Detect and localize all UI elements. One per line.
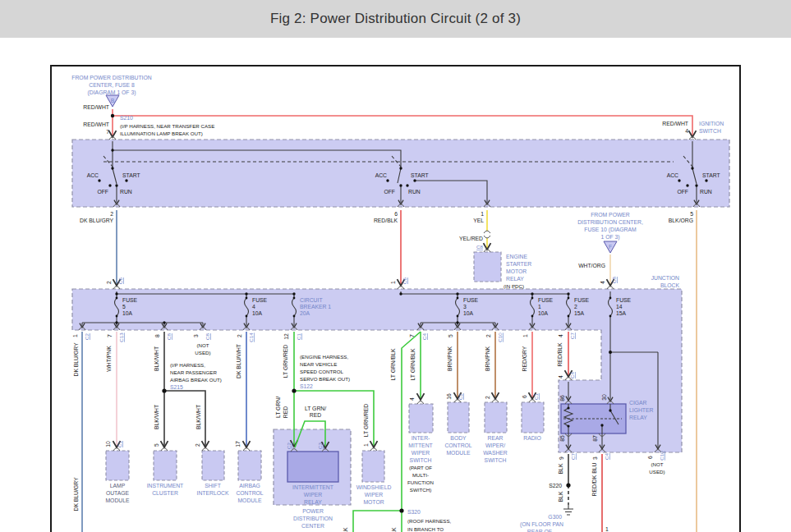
s320-note1: (ROOF HARNESS, <box>407 518 452 524</box>
jb-entry-mid-pin: 1 <box>390 281 396 284</box>
radio-l1: RADIO <box>523 435 541 441</box>
sw1-acc: ACC <box>87 172 99 178</box>
wl-ltgrnblk-a: LT GRN/BLK <box>390 348 396 380</box>
wl-whtpnk: WHT/PNK <box>106 346 112 372</box>
feed-left-line3: (DIAGRAM 1 OF 3) <box>88 89 136 96</box>
o9-pin: 2 <box>485 334 491 337</box>
esm-l1: ENGINE <box>506 254 528 259</box>
fuse3-n2: 3 <box>463 304 467 310</box>
feed-right-line3: FUSE 10 (DIAGRAM <box>584 227 637 233</box>
wl-ltgrn-2a: LT GRN/ <box>275 397 281 418</box>
esm-l2: STARTER <box>506 261 531 267</box>
airbag-l2: CONTROL <box>236 490 263 496</box>
iws-pin: 4 <box>409 397 415 401</box>
s122-note4: SERVO BREAK OUT) <box>300 376 350 382</box>
wl-ltgrnred-wwm: LT GRN/RED <box>363 404 369 438</box>
pin-5-ign: 5 <box>690 211 693 217</box>
sw2-acc: ACC <box>375 172 387 178</box>
shift-l1: SHIFT <box>205 483 221 488</box>
fuse3-n3: 10A <box>463 310 474 316</box>
s122-note2: NEAR VEHICLE <box>300 361 337 367</box>
cluster-l2: CLUSTER <box>152 490 178 496</box>
iwr-c3: C3 <box>317 442 323 448</box>
jb-entry-right-pin: 4 <box>600 281 605 284</box>
triangle-b-label: B <box>111 98 115 103</box>
splice-s210: S210 <box>120 115 133 121</box>
ground-g300: G300 <box>548 514 562 520</box>
cluster-pin: 5 <box>154 443 159 447</box>
o10-pin: 1 <box>522 334 528 337</box>
wiring-diagram: FROM POWER DISTRIBUTION CENTER, FUSE 8 (… <box>0 0 791 532</box>
iws-l4: SWITCH <box>410 457 432 463</box>
splice-s122-dot <box>292 388 296 392</box>
shift-pin: 2 <box>195 443 200 447</box>
o4-notused1: (NOT <box>196 342 209 348</box>
s122-note3: SPEED CONTROL <box>300 369 344 374</box>
cigar-87: 87 <box>592 435 598 442</box>
feed-left-line2: CENTER, FUSE 8 <box>89 82 135 88</box>
junction-block-label2: BLOCK <box>660 282 680 288</box>
triangle-f-label: F <box>609 244 612 250</box>
pdc-l2: DISTRIBUTION <box>293 516 333 521</box>
lamp-l3: MODULE <box>105 498 130 503</box>
s320-note2: IN BRANCH TO <box>407 526 444 532</box>
o1-conn: C2 <box>84 332 90 339</box>
pin-1-ign: 1 <box>481 211 484 217</box>
cigar-85: 85 <box>559 435 565 442</box>
radio-box <box>522 402 544 433</box>
o11-pin: 4 <box>558 334 563 337</box>
iws-l1: INTER- <box>412 435 430 441</box>
wl-blkwht-1: BLK/WHT <box>154 346 159 371</box>
o5-conn: C14 <box>248 332 254 342</box>
wire-label-redwht-3: RED/WHT <box>662 121 688 126</box>
feed-left-line1: FROM POWER DISTRIBUTION <box>71 75 152 80</box>
sw1-off: OFF <box>97 189 108 195</box>
bcm-l3: MODULE <box>446 450 471 456</box>
airbag-control-module-box <box>238 451 261 480</box>
wire-label-redwht-2: RED/WHT <box>83 122 109 127</box>
o4-pin: 3 <box>193 334 199 337</box>
fuse4-n3: 10A <box>252 310 263 316</box>
splice-s215-dot <box>162 388 166 392</box>
cigar-out87-conn: C4 <box>604 452 609 459</box>
wire-label-yelred: YEL/RED <box>459 236 483 241</box>
lamp-l1: LAMP <box>110 483 126 488</box>
jb-entry-left-conn: C6 <box>117 277 123 283</box>
wl-blk-2: BLK <box>558 491 563 502</box>
screenshot-stage: Fig 2: Power Distribution Circuit (2 of … <box>0 0 791 532</box>
fuse2-n2: 2 <box>574 304 577 310</box>
feed-right-line1: FROM POWER <box>591 212 630 218</box>
pin-7-left: 7 <box>106 129 109 135</box>
fuse5-n2: 5 <box>122 304 126 310</box>
shift-l2: INTERLOCK <box>197 490 229 496</box>
jb-entry-left-pin: 2 <box>106 281 112 284</box>
sw2-run: RUN <box>408 189 421 195</box>
o2-pin: 7 <box>107 334 113 337</box>
sw3-start: START <box>702 172 720 178</box>
wl-dkblugry-1: DK BLU/GRY <box>73 342 79 377</box>
o5-pin: 2 <box>237 334 242 337</box>
o6-pin: 12 <box>283 333 289 340</box>
iwr-l3: RELAY <box>304 499 322 505</box>
o3-pin: 8 <box>154 334 160 337</box>
wwm-l3: MOTOR <box>363 499 384 505</box>
lamp-l2: OUTAGE <box>106 490 130 496</box>
pin-1-bottom: 1 <box>605 526 609 532</box>
wl-redgry: RED/GRY <box>522 346 527 371</box>
o7-conn: C4 <box>421 332 427 339</box>
windshield-wiper-motor-box <box>362 451 384 482</box>
wl-brnpnk-1: BRN/PNK <box>447 346 453 371</box>
fuse14-n3: 15A <box>616 310 627 316</box>
o11-conn: C7 <box>569 332 575 338</box>
radio-conn: C1 <box>533 392 539 399</box>
splice-s215: S215 <box>170 384 183 390</box>
iws-n1: (PART OF <box>409 465 432 470</box>
fuse4-n2: 4 <box>252 304 255 310</box>
wl-ltgrnred: LT GRN/RED <box>283 345 288 378</box>
cigar-86: 86 <box>559 395 565 401</box>
o8-pin: 5 <box>448 334 453 337</box>
wwm-l2: WIPER <box>365 492 383 498</box>
wl-ltgrn-2b: RED <box>283 406 288 418</box>
wire-label-redblk-top: RED/BLK <box>374 218 398 223</box>
wl-brnpnk-2: BRN/PNK <box>485 346 490 371</box>
